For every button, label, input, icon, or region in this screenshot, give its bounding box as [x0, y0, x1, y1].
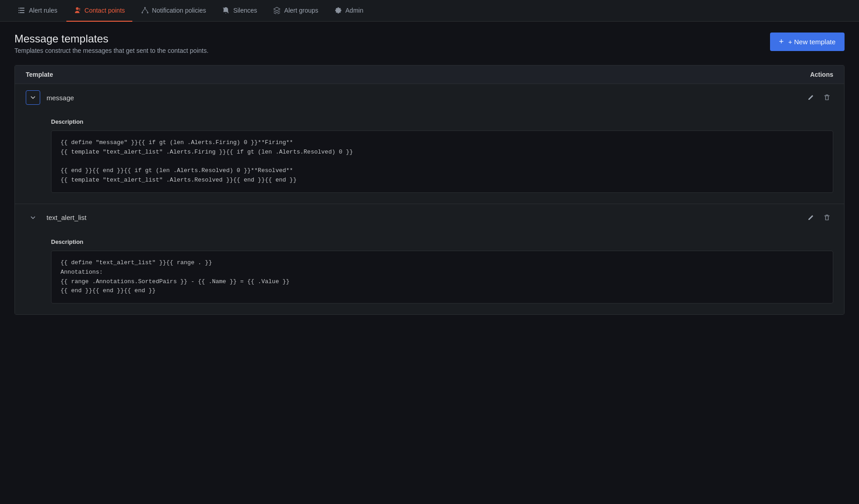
template-actions-text-alert-list	[804, 212, 833, 223]
page-header: Message templates Templates construct th…	[14, 33, 845, 54]
nav-silences[interactable]: Silences	[215, 0, 264, 22]
bell-off-icon	[222, 6, 229, 14]
plus-icon: +	[779, 37, 784, 47]
delete-button-text-alert-list[interactable]	[821, 212, 833, 223]
svg-line-9	[142, 9, 145, 12]
list-icon	[18, 6, 25, 14]
nav-contact-points-label: Contact points	[84, 7, 125, 14]
layers-icon	[273, 6, 280, 14]
code-block-text-alert-list: {{ define "text_alert_list" }}{{ range .…	[51, 251, 833, 303]
edit-button-text-alert-list[interactable]	[804, 212, 817, 223]
nav-notification-policies[interactable]: Notification policies	[134, 0, 214, 22]
main-content: Message templates Templates construct th…	[0, 22, 859, 326]
page-title: Message templates	[14, 33, 209, 45]
nav-admin[interactable]: Admin	[327, 0, 371, 22]
new-template-label: + New template	[788, 38, 836, 46]
new-template-button[interactable]: + + New template	[770, 33, 845, 51]
edit-icon	[807, 214, 814, 221]
template-expanded-text-alert-list: Description {{ define "text_alert_list" …	[15, 231, 844, 314]
network-icon	[141, 6, 149, 14]
template-row-message: message Description	[15, 84, 844, 204]
svg-rect-2	[19, 10, 19, 11]
edit-icon	[807, 94, 814, 101]
page-subtitle: Templates construct the messages that ge…	[14, 47, 209, 54]
nav-alert-rules[interactable]: Alert rules	[11, 0, 65, 22]
nav-notification-policies-label: Notification policies	[152, 7, 206, 14]
svg-rect-3	[20, 10, 24, 11]
templates-table: Template Actions message	[14, 65, 845, 315]
svg-rect-1	[20, 8, 24, 9]
top-navigation: Alert rules Contact points Notification …	[0, 0, 859, 22]
svg-line-10	[145, 9, 148, 12]
svg-rect-4	[19, 12, 19, 13]
template-name-text-alert-list: text_alert_list	[47, 214, 798, 221]
template-col-header: Template	[26, 71, 53, 78]
edit-button-message[interactable]	[804, 92, 817, 103]
svg-point-7	[141, 12, 143, 14]
template-row-header-text-alert-list: text_alert_list	[15, 204, 844, 231]
actions-col-header: Actions	[810, 71, 833, 78]
table-header: Template Actions	[15, 65, 844, 84]
collapse-button-text-alert-list[interactable]	[26, 210, 40, 225]
nav-admin-label: Admin	[345, 7, 364, 14]
nav-alert-groups-label: Alert groups	[284, 7, 318, 14]
gear-icon	[335, 6, 342, 14]
delete-button-message[interactable]	[821, 92, 833, 103]
svg-rect-5	[20, 12, 24, 13]
description-label-text-alert-list: Description	[51, 238, 833, 245]
nav-silences-label: Silences	[233, 7, 257, 14]
nav-alert-rules-label: Alert rules	[29, 7, 57, 14]
trash-icon	[823, 94, 831, 101]
nav-contact-points[interactable]: Contact points	[66, 0, 132, 22]
template-expanded-message: Description {{ define "message" }}{{ if …	[15, 111, 844, 204]
template-row-text-alert-list: text_alert_list Descriptio	[15, 204, 844, 314]
svg-rect-0	[19, 8, 19, 9]
collapse-button-message[interactable]	[26, 90, 40, 105]
chevron-down-icon	[30, 95, 36, 100]
template-name-message: message	[47, 94, 798, 102]
svg-point-6	[144, 7, 145, 9]
template-row-header-message: message	[15, 84, 844, 111]
trash-icon	[823, 214, 831, 221]
contact-icon	[74, 6, 81, 14]
template-actions-message	[804, 92, 833, 103]
svg-point-8	[147, 12, 148, 14]
chevron-down-icon	[30, 215, 36, 220]
description-label-message: Description	[51, 118, 833, 125]
code-block-message: {{ define "message" }}{{ if gt (len .Ale…	[51, 131, 833, 193]
nav-alert-groups[interactable]: Alert groups	[266, 0, 325, 22]
page-header-text: Message templates Templates construct th…	[14, 33, 209, 54]
